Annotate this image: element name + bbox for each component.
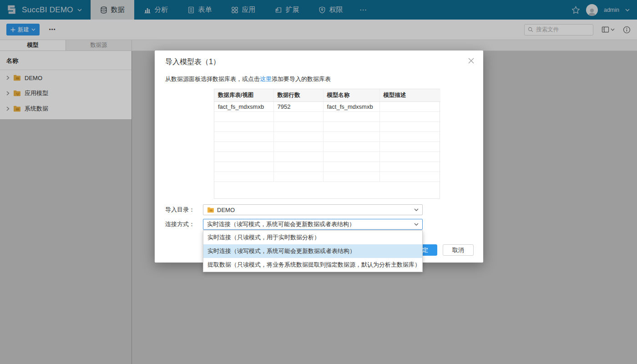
dropdown-option[interactable]: 实时连接（只读模式，用于实时数据分析）: [203, 231, 422, 244]
import-table-wrap: 数据库表/视图 数据行数 模型名称 模型描述 fact_fs_mdxsmxb79…: [214, 89, 440, 199]
dropdown-option[interactable]: 提取数据（只读模式，将业务系统数据提取到指定数据源，默认为分析主数据库）: [203, 258, 422, 272]
table-cell: 7952: [273, 101, 323, 111]
table-cell: [273, 162, 323, 172]
table-cell: [214, 142, 273, 152]
table-row[interactable]: [214, 111, 440, 121]
connection-mode-select[interactable]: 实时连接（读写模式，系统可能会更新数据或者表结构）: [203, 219, 423, 230]
table-header-row: 数据库表/视图 数据行数 模型名称 模型描述: [214, 89, 440, 101]
connection-mode-value: 实时连接（读写模式，系统可能会更新数据或者表结构）: [207, 220, 355, 228]
table-cell: [273, 131, 323, 142]
table-cell: [323, 131, 379, 142]
table-cell: [379, 152, 440, 162]
column-header: 数据库表/视图: [214, 89, 273, 101]
hint-text: 从数据源面板选择数据库表，或点击: [165, 76, 260, 82]
table-cell: [323, 172, 379, 182]
table-row[interactable]: [214, 152, 440, 162]
connection-mode-dropdown: 实时连接（只读模式，用于实时数据分析） 实时连接（读写模式，系统可能会更新数据或…: [203, 230, 423, 272]
table-row[interactable]: [214, 142, 440, 152]
column-header: 模型名称: [323, 89, 379, 101]
import-folder-label: 导入目录：: [165, 204, 202, 215]
table-cell: [214, 131, 273, 142]
table-row[interactable]: fact_fs_mdxsmxb7952fact_fs_mdxsmxb: [214, 101, 440, 111]
table-cell: [323, 152, 379, 162]
table-cell: fact_fs_mdxsmxb: [214, 101, 273, 111]
table-row[interactable]: [214, 172, 440, 182]
connection-mode-label: 连接方式：: [165, 219, 202, 230]
table-cell: [273, 152, 323, 162]
table-cell: [214, 152, 273, 162]
import-table: 数据库表/视图 数据行数 模型名称 模型描述 fact_fs_mdxsmxb79…: [214, 89, 440, 182]
table-cell: [214, 162, 273, 172]
table-cell: [379, 142, 440, 152]
close-icon[interactable]: [468, 58, 474, 64]
table-cell: [323, 111, 379, 121]
table-cell: [273, 172, 323, 182]
dialog-title: 导入模型表（1）: [165, 57, 220, 67]
chevron-down-icon: [414, 223, 419, 226]
table-cell: [323, 121, 379, 131]
import-table-body: fact_fs_mdxsmxb7952fact_fs_mdxsmxb: [214, 101, 440, 182]
table-row[interactable]: [214, 162, 440, 172]
table-cell: [379, 111, 440, 121]
dialog-hint: 从数据源面板选择数据库表，或点击这里添加要导入的数据库表: [165, 75, 331, 83]
table-cell: [273, 142, 323, 152]
table-row[interactable]: [214, 131, 440, 142]
column-header: 数据行数: [273, 89, 323, 101]
here-link[interactable]: 这里: [260, 76, 272, 82]
dropdown-option-selected[interactable]: 实时连接（读写模式，系统可能会更新数据或者表结构）: [203, 244, 422, 258]
table-cell: [214, 121, 273, 131]
import-folder-value: DEMO: [217, 207, 235, 213]
table-cell: [379, 162, 440, 172]
table-cell: [273, 121, 323, 131]
cancel-button[interactable]: 取消: [443, 244, 474, 256]
table-cell: [214, 172, 273, 182]
import-folder-select[interactable]: DEMO: [203, 204, 423, 215]
table-cell: [323, 162, 379, 172]
table-cell: [323, 142, 379, 152]
table-row[interactable]: [214, 121, 440, 131]
hint-text: 添加要导入的数据库表: [272, 76, 331, 82]
table-cell: [379, 121, 440, 131]
chevron-down-icon: [414, 208, 419, 211]
table-cell: [379, 131, 440, 142]
table-cell: [214, 111, 273, 121]
table-cell: fact_fs_mdxsmxb: [323, 101, 379, 111]
folder-icon: [207, 207, 214, 213]
column-header: 模型描述: [379, 89, 440, 101]
table-cell: [379, 101, 440, 111]
table-cell: [379, 172, 440, 182]
table-cell: [273, 111, 323, 121]
